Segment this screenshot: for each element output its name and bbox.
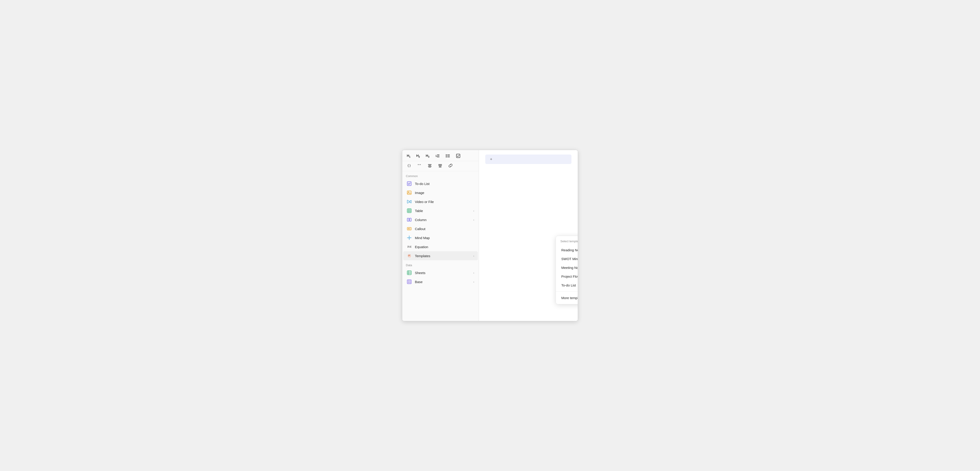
svg-rect-55 — [408, 282, 409, 283]
h1-button[interactable]: H1 — [406, 153, 411, 159]
unordered-list-icon — [445, 154, 450, 158]
menu-item-column[interactable]: Column › — [403, 215, 478, 224]
svg-point-45 — [411, 237, 412, 238]
submenu-item-to-do-list[interactable]: To-do List — [557, 281, 578, 290]
column-icon — [407, 217, 412, 222]
menu-item-sheets[interactable]: Sheets › — [403, 268, 478, 277]
menu-item-todo-list[interactable]: To-do List — [403, 179, 478, 188]
todo-list-label: To-do List — [415, 182, 430, 186]
editor-area: + — [479, 150, 578, 169]
sheets-chevron-icon: › — [473, 271, 474, 275]
menu-item-video-or-file[interactable]: Video or File — [403, 197, 478, 206]
submenu-item-project-flow-chart[interactable]: Project Flow chart — [557, 272, 578, 281]
svg-rect-31 — [407, 218, 409, 221]
svg-rect-32 — [409, 218, 411, 221]
video-or-file-label: Video or File — [415, 200, 434, 204]
templates-label: Templates — [415, 254, 430, 258]
templates-chevron-icon: › — [473, 254, 474, 258]
svg-point-25 — [408, 191, 409, 193]
submenu-title: Select template you want to insert — [556, 240, 578, 246]
base-icon — [407, 279, 412, 284]
svg-text:{}: {} — [407, 164, 411, 167]
submenu-item-meeting-notes[interactable]: Meeting Notes — [557, 263, 578, 272]
svg-rect-54 — [409, 280, 410, 282]
strikethrough-icon — [438, 163, 442, 168]
common-section-label: Common — [402, 171, 479, 179]
equation-label: Equation — [415, 245, 428, 249]
toolbar-row-2: {} " " — [402, 161, 479, 171]
menu-item-table[interactable]: Table › — [403, 206, 478, 215]
table-chevron-icon: › — [473, 209, 474, 213]
templates-icon — [407, 253, 412, 258]
right-panel: + Select template you want to insert Rea… — [479, 150, 578, 321]
svg-point-42 — [409, 236, 410, 236]
image-icon — [407, 190, 412, 195]
blockquote-button[interactable]: " " — [416, 163, 423, 168]
menu-item-image[interactable]: Image — [403, 188, 478, 197]
svg-point-4 — [446, 154, 447, 155]
callout-label: Callout — [415, 227, 425, 231]
checkbox-icon — [456, 154, 460, 158]
svg-rect-24 — [407, 191, 411, 194]
svg-rect-56 — [409, 282, 410, 283]
svg-text:": " — [419, 163, 421, 168]
ordered-list-button[interactable]: 1. — [434, 153, 441, 159]
svg-point-37 — [409, 237, 410, 239]
plus-icon: + — [490, 157, 493, 162]
svg-rect-52 — [407, 280, 411, 284]
column-label: Column — [415, 218, 426, 222]
svg-rect-22 — [407, 181, 411, 186]
submenu-item-swot-mind-map[interactable]: SWOT Mind Map — [557, 255, 578, 263]
column-chevron-icon: › — [473, 218, 474, 221]
svg-point-44 — [407, 237, 408, 238]
mindmap-icon — [407, 235, 412, 240]
menu-item-base[interactable]: Base › — [403, 277, 478, 286]
svg-rect-48 — [407, 271, 411, 275]
sheets-icon — [407, 270, 412, 275]
callout-icon — [407, 226, 412, 231]
ordered-list-icon: 1. — [435, 154, 440, 158]
submenu-item-reading-notes[interactable]: Reading Notes — [557, 246, 578, 255]
sheets-label: Sheets — [415, 271, 425, 275]
table-label: Table — [415, 209, 423, 213]
svg-text:": " — [418, 163, 419, 168]
menu-item-equation[interactable]: TEX Equation — [403, 242, 478, 251]
editor-highlight-bar: + — [485, 154, 571, 164]
equation-icon: TEX — [407, 244, 412, 249]
menu-item-callout[interactable]: Callout — [403, 224, 478, 233]
svg-point-5 — [446, 156, 447, 156]
svg-point-43 — [409, 239, 410, 240]
app-window: H1 H2 H3 1. — [402, 150, 578, 321]
unordered-list-button[interactable] — [445, 153, 451, 159]
svg-rect-33 — [407, 228, 411, 230]
strikethrough-button[interactable] — [437, 163, 443, 168]
h2-button[interactable]: H2 — [415, 153, 421, 159]
align-icon — [428, 163, 432, 168]
h3-button[interactable]: H3 — [425, 153, 430, 159]
base-label: Base — [415, 280, 423, 284]
image-label: Image — [415, 191, 424, 195]
templates-submenu: Select template you want to insert Readi… — [556, 236, 578, 304]
link-button[interactable] — [447, 163, 454, 168]
add-block-button[interactable]: + — [488, 156, 494, 162]
video-icon — [407, 199, 412, 204]
svg-point-47 — [409, 256, 411, 258]
checkbox-button[interactable] — [455, 153, 461, 159]
more-templates-button[interactable]: More templates — [557, 293, 578, 302]
menu-item-templates[interactable]: Templates › — [403, 251, 478, 260]
svg-point-6 — [446, 156, 447, 158]
align-button[interactable] — [426, 163, 433, 168]
submenu-divider — [556, 291, 578, 292]
blockquote-icon: " " — [417, 163, 422, 168]
menu-item-mind-map[interactable]: Mind Map — [403, 233, 478, 242]
mind-map-label: Mind Map — [415, 236, 430, 240]
code-block-icon: {} — [407, 163, 411, 168]
svg-rect-53 — [408, 280, 409, 282]
todo-icon — [407, 181, 412, 186]
code-block-button[interactable]: {} — [406, 163, 412, 168]
link-icon — [448, 163, 453, 168]
table-icon — [407, 208, 412, 213]
data-section-label: Data — [402, 260, 479, 268]
svg-rect-26 — [407, 208, 411, 213]
toolbar-row-1: H1 H2 H3 1. — [402, 150, 479, 161]
